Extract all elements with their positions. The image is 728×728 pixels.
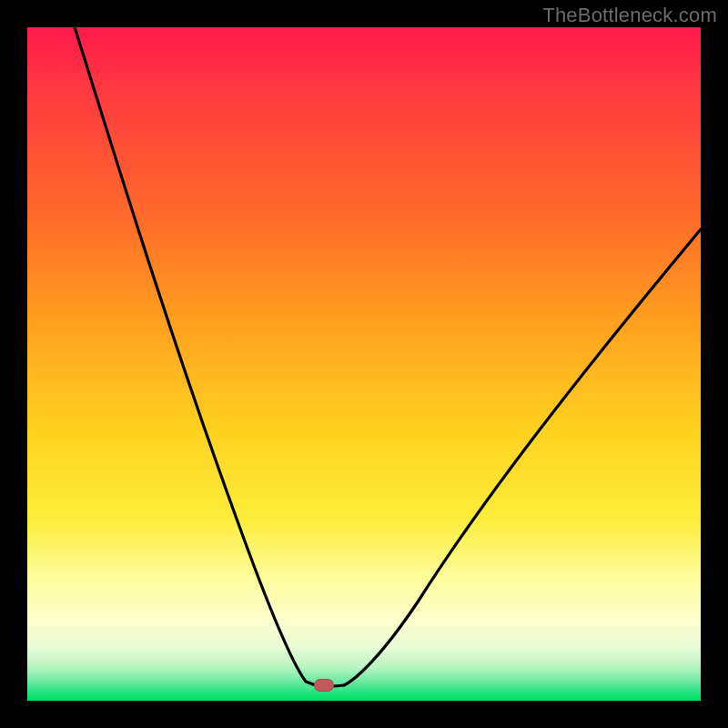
minimum-marker bbox=[314, 679, 334, 692]
curve-right-branch bbox=[344, 229, 701, 685]
watermark-text: TheBottleneck.com bbox=[542, 4, 717, 27]
bottleneck-curve bbox=[27, 27, 701, 701]
plot-area bbox=[27, 27, 701, 701]
chart-frame: TheBottleneck.com bbox=[0, 0, 728, 728]
curve-left-branch bbox=[75, 27, 313, 684]
